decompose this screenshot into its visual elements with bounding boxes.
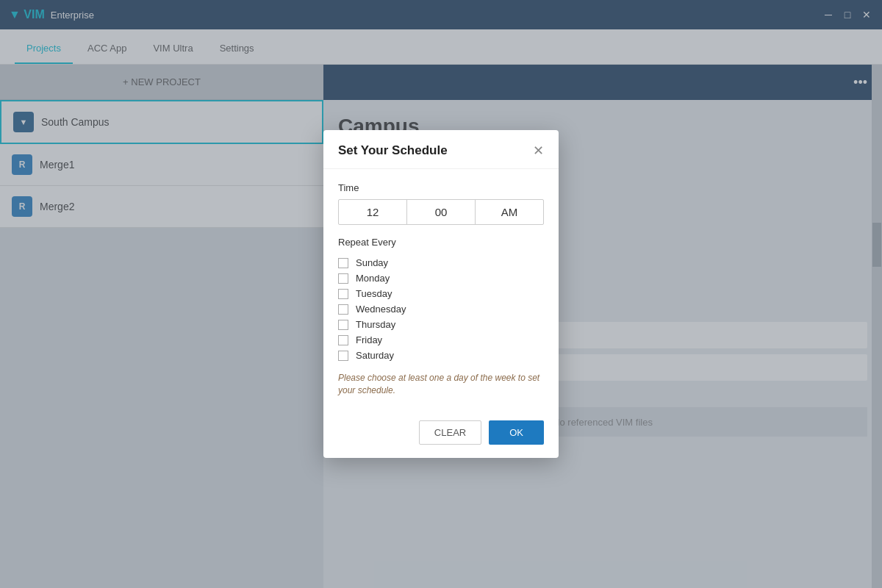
dialog-footer: CLEAR OK bbox=[323, 420, 559, 458]
ok-button[interactable]: OK bbox=[489, 420, 544, 445]
dialog-header: Set Your Schedule ✕ bbox=[323, 130, 559, 169]
day-friday-label: Friday bbox=[356, 334, 382, 345]
day-monday-label: Monday bbox=[356, 273, 390, 284]
day-monday[interactable]: Monday bbox=[338, 270, 544, 286]
checkbox-saturday[interactable] bbox=[338, 351, 348, 361]
day-saturday-label: Saturday bbox=[356, 350, 394, 361]
day-sunday-label: Sunday bbox=[356, 257, 388, 268]
day-tuesday-label: Tuesday bbox=[356, 288, 392, 299]
time-picker: 12 00 AM bbox=[338, 199, 544, 225]
checkbox-sunday[interactable] bbox=[338, 258, 348, 268]
day-thursday-label: Thursday bbox=[356, 319, 395, 330]
dialog-close-button[interactable]: ✕ bbox=[533, 144, 544, 157]
checkbox-friday[interactable] bbox=[338, 335, 348, 345]
checkbox-thursday[interactable] bbox=[338, 320, 348, 330]
day-thursday[interactable]: Thursday bbox=[338, 317, 544, 332]
day-list: Sunday Monday Tuesday Wednesday Thursday bbox=[338, 255, 544, 363]
time-minute[interactable]: 00 bbox=[407, 200, 476, 224]
day-sunday[interactable]: Sunday bbox=[338, 255, 544, 270]
time-hour[interactable]: 12 bbox=[339, 200, 407, 224]
dialog-body: Time 12 00 AM Repeat Every Sunday Monday bbox=[323, 169, 559, 420]
schedule-dialog: Set Your Schedule ✕ Time 12 00 AM Repeat… bbox=[323, 130, 559, 458]
checkbox-wednesday[interactable] bbox=[338, 304, 348, 315]
day-wednesday[interactable]: Wednesday bbox=[338, 301, 544, 317]
day-wednesday-label: Wednesday bbox=[356, 304, 406, 315]
hint-text: Please choose at least one a day of the … bbox=[338, 372, 544, 397]
time-ampm[interactable]: AM bbox=[476, 200, 543, 224]
day-saturday[interactable]: Saturday bbox=[338, 348, 544, 363]
dialog-title: Set Your Schedule bbox=[338, 143, 448, 158]
repeat-label: Repeat Every bbox=[338, 237, 544, 248]
checkbox-tuesday[interactable] bbox=[338, 289, 348, 299]
checkbox-monday[interactable] bbox=[338, 273, 348, 284]
day-friday[interactable]: Friday bbox=[338, 332, 544, 348]
day-tuesday[interactable]: Tuesday bbox=[338, 286, 544, 301]
clear-button[interactable]: CLEAR bbox=[419, 420, 481, 445]
time-label: Time bbox=[338, 182, 544, 193]
modal-overlay: Set Your Schedule ✕ Time 12 00 AM Repeat… bbox=[0, 0, 882, 588]
